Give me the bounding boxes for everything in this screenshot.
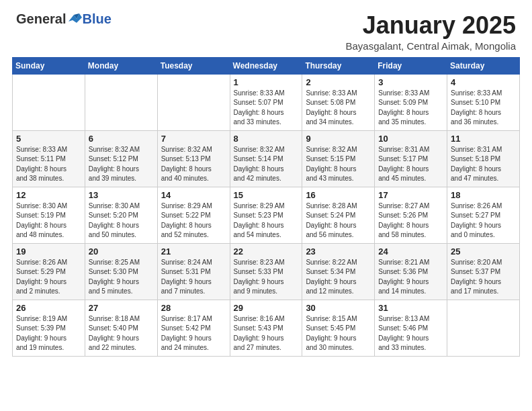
- day-info: Sunrise: 8:19 AM Sunset: 5:39 PM Dayligh…: [16, 314, 81, 353]
- day-number: 12: [16, 190, 81, 200]
- calendar-week-row: 12Sunrise: 8:30 AM Sunset: 5:19 PM Dayli…: [13, 187, 520, 243]
- calendar-day-1: 1Sunrise: 8:33 AM Sunset: 5:07 PM Daylig…: [230, 74, 302, 130]
- day-number: 7: [161, 134, 226, 144]
- day-info: Sunrise: 8:26 AM Sunset: 5:29 PM Dayligh…: [16, 258, 81, 297]
- logo: General Blue: [16, 12, 112, 26]
- calendar-day-5: 5Sunrise: 8:33 AM Sunset: 5:11 PM Daylig…: [13, 130, 85, 187]
- day-number: 9: [306, 134, 371, 144]
- calendar-day-3: 3Sunrise: 8:33 AM Sunset: 5:09 PM Daylig…: [375, 74, 447, 130]
- day-number: 29: [234, 303, 299, 313]
- day-number: 13: [89, 190, 154, 200]
- day-number: 21: [161, 246, 226, 257]
- weekday-header-tuesday: Tuesday: [157, 57, 230, 74]
- calendar-day-6: 6Sunrise: 8:32 AM Sunset: 5:12 PM Daylig…: [85, 130, 157, 187]
- weekday-header-friday: Friday: [375, 57, 447, 74]
- day-info: Sunrise: 8:25 AM Sunset: 5:30 PM Dayligh…: [89, 258, 154, 297]
- weekday-header-saturday: Saturday: [447, 57, 520, 74]
- day-info: Sunrise: 8:31 AM Sunset: 5:17 PM Dayligh…: [378, 145, 443, 184]
- day-info: Sunrise: 8:33 AM Sunset: 5:09 PM Dayligh…: [378, 89, 443, 128]
- calendar-day-28: 28Sunrise: 8:17 AM Sunset: 5:42 PM Dayli…: [157, 300, 230, 356]
- day-number: 19: [16, 246, 81, 257]
- calendar-day-11: 11Sunrise: 8:31 AM Sunset: 5:18 PM Dayli…: [447, 130, 520, 187]
- calendar-day-24: 24Sunrise: 8:21 AM Sunset: 5:36 PM Dayli…: [375, 243, 447, 300]
- day-number: 28: [161, 303, 226, 313]
- calendar-empty-cell: [447, 300, 520, 356]
- day-info: Sunrise: 8:32 AM Sunset: 5:12 PM Dayligh…: [89, 145, 154, 184]
- logo-blue-text: Blue: [82, 12, 111, 26]
- calendar-day-27: 27Sunrise: 8:18 AM Sunset: 5:40 PM Dayli…: [85, 300, 157, 356]
- day-info: Sunrise: 8:22 AM Sunset: 5:34 PM Dayligh…: [306, 258, 371, 297]
- day-info: Sunrise: 8:29 AM Sunset: 5:23 PM Dayligh…: [234, 201, 299, 240]
- day-info: Sunrise: 8:21 AM Sunset: 5:36 PM Dayligh…: [378, 258, 443, 297]
- day-number: 24: [378, 246, 443, 257]
- day-number: 25: [451, 246, 516, 257]
- day-number: 2: [306, 77, 371, 87]
- calendar-empty-cell: [157, 74, 230, 130]
- calendar-day-9: 9Sunrise: 8:32 AM Sunset: 5:15 PM Daylig…: [302, 130, 375, 187]
- day-info: Sunrise: 8:23 AM Sunset: 5:33 PM Dayligh…: [234, 258, 299, 297]
- day-info: Sunrise: 8:18 AM Sunset: 5:40 PM Dayligh…: [89, 314, 154, 353]
- day-number: 27: [89, 303, 154, 313]
- calendar-empty-cell: [85, 74, 157, 130]
- day-number: 31: [378, 303, 443, 313]
- calendar-day-31: 31Sunrise: 8:13 AM Sunset: 5:46 PM Dayli…: [375, 300, 447, 356]
- calendar-day-15: 15Sunrise: 8:29 AM Sunset: 5:23 PM Dayli…: [230, 187, 302, 243]
- calendar-day-25: 25Sunrise: 8:20 AM Sunset: 5:37 PM Dayli…: [447, 243, 520, 300]
- day-info: Sunrise: 8:33 AM Sunset: 5:07 PM Dayligh…: [234, 89, 299, 128]
- weekday-header-sunday: Sunday: [13, 57, 85, 74]
- day-info: Sunrise: 8:32 AM Sunset: 5:14 PM Dayligh…: [234, 145, 299, 184]
- calendar-day-21: 21Sunrise: 8:24 AM Sunset: 5:31 PM Dayli…: [157, 243, 230, 300]
- day-number: 30: [306, 303, 371, 313]
- calendar-day-4: 4Sunrise: 8:33 AM Sunset: 5:10 PM Daylig…: [447, 74, 520, 130]
- day-info: Sunrise: 8:26 AM Sunset: 5:27 PM Dayligh…: [451, 201, 516, 240]
- logo-bird-icon: [67, 12, 82, 24]
- day-number: 6: [89, 134, 154, 144]
- calendar-day-13: 13Sunrise: 8:30 AM Sunset: 5:20 PM Dayli…: [85, 187, 157, 243]
- calendar-day-2: 2Sunrise: 8:33 AM Sunset: 5:08 PM Daylig…: [302, 74, 375, 130]
- day-number: 26: [16, 303, 81, 313]
- calendar-day-17: 17Sunrise: 8:27 AM Sunset: 5:26 PM Dayli…: [375, 187, 447, 243]
- day-number: 14: [161, 190, 226, 200]
- weekday-header-wednesday: Wednesday: [230, 57, 302, 74]
- calendar-table: SundayMondayTuesdayWednesdayThursdayFrid…: [12, 57, 520, 357]
- header: General Blue January 2025 Bayasgalant, C…: [0, 0, 532, 57]
- day-info: Sunrise: 8:29 AM Sunset: 5:22 PM Dayligh…: [161, 201, 226, 240]
- day-info: Sunrise: 8:16 AM Sunset: 5:43 PM Dayligh…: [234, 314, 299, 353]
- calendar-day-19: 19Sunrise: 8:26 AM Sunset: 5:29 PM Dayli…: [13, 243, 85, 300]
- day-number: 16: [306, 190, 371, 200]
- day-number: 15: [234, 190, 299, 200]
- day-number: 23: [306, 246, 371, 257]
- day-number: 17: [378, 190, 443, 200]
- calendar-day-10: 10Sunrise: 8:31 AM Sunset: 5:17 PM Dayli…: [375, 130, 447, 187]
- calendar-week-row: 5Sunrise: 8:33 AM Sunset: 5:11 PM Daylig…: [13, 130, 520, 187]
- calendar-day-18: 18Sunrise: 8:26 AM Sunset: 5:27 PM Dayli…: [447, 187, 520, 243]
- day-info: Sunrise: 8:33 AM Sunset: 5:10 PM Dayligh…: [451, 89, 516, 128]
- day-info: Sunrise: 8:30 AM Sunset: 5:20 PM Dayligh…: [89, 201, 154, 240]
- day-number: 4: [451, 77, 516, 87]
- day-number: 8: [234, 134, 299, 144]
- day-info: Sunrise: 8:33 AM Sunset: 5:08 PM Dayligh…: [306, 89, 371, 128]
- calendar-day-23: 23Sunrise: 8:22 AM Sunset: 5:34 PM Dayli…: [302, 243, 375, 300]
- calendar-week-row: 1Sunrise: 8:33 AM Sunset: 5:07 PM Daylig…: [13, 74, 520, 130]
- day-info: Sunrise: 8:17 AM Sunset: 5:42 PM Dayligh…: [161, 314, 226, 353]
- calendar-day-8: 8Sunrise: 8:32 AM Sunset: 5:14 PM Daylig…: [230, 130, 302, 187]
- day-number: 11: [451, 134, 516, 144]
- day-info: Sunrise: 8:33 AM Sunset: 5:11 PM Dayligh…: [16, 145, 81, 184]
- day-info: Sunrise: 8:24 AM Sunset: 5:31 PM Dayligh…: [161, 258, 226, 297]
- calendar-day-30: 30Sunrise: 8:15 AM Sunset: 5:45 PM Dayli…: [302, 300, 375, 356]
- logo-general-text: General: [16, 12, 66, 26]
- day-info: Sunrise: 8:27 AM Sunset: 5:26 PM Dayligh…: [378, 201, 443, 240]
- calendar-week-row: 19Sunrise: 8:26 AM Sunset: 5:29 PM Dayli…: [13, 243, 520, 300]
- day-number: 18: [451, 190, 516, 200]
- calendar-day-7: 7Sunrise: 8:32 AM Sunset: 5:13 PM Daylig…: [157, 130, 230, 187]
- day-info: Sunrise: 8:31 AM Sunset: 5:18 PM Dayligh…: [451, 145, 516, 184]
- calendar-day-14: 14Sunrise: 8:29 AM Sunset: 5:22 PM Dayli…: [157, 187, 230, 243]
- page: General Blue January 2025 Bayasgalant, C…: [0, 0, 532, 411]
- day-info: Sunrise: 8:30 AM Sunset: 5:19 PM Dayligh…: [16, 201, 81, 240]
- day-number: 20: [89, 246, 154, 257]
- day-info: Sunrise: 8:15 AM Sunset: 5:45 PM Dayligh…: [306, 314, 371, 353]
- location-subtitle: Bayasgalant, Central Aimak, Mongolia: [346, 40, 516, 52]
- day-number: 1: [234, 77, 299, 87]
- weekday-header-monday: Monday: [85, 57, 157, 74]
- calendar-day-26: 26Sunrise: 8:19 AM Sunset: 5:39 PM Dayli…: [13, 300, 85, 356]
